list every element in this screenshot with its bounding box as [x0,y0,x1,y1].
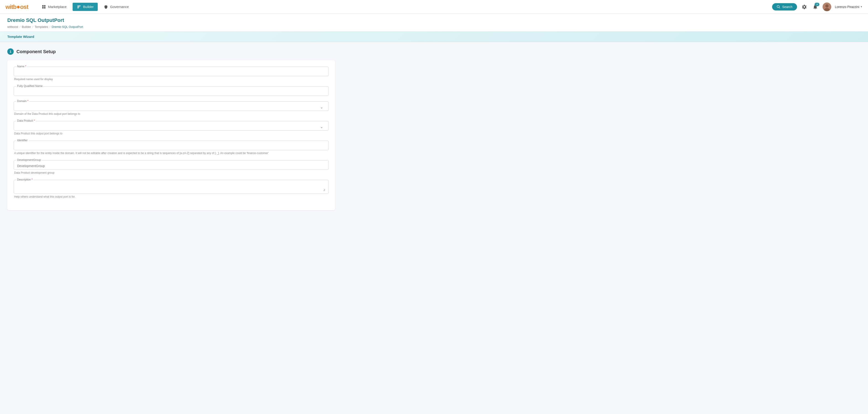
field-identifier-label: Identifier [16,139,29,142]
settings-button[interactable] [801,3,808,10]
page-header: Dremio SQL OutputPort witboost / Builder… [0,14,868,31]
avatar[interactable] [823,2,831,11]
main-content: 1 Component Setup Name * Required name u… [0,42,342,217]
builder-icon [77,5,81,9]
section-title: Component Setup [17,49,56,54]
field-name-required: * [25,65,26,68]
user-menu-chevron: ▼ [860,5,863,8]
nav-items: Marketplace Builder Governance [37,3,772,11]
svg-point-10 [825,4,829,7]
field-domain-required: * [27,99,29,103]
description-input[interactable] [17,184,325,191]
breadcrumb-current: Dremio SQL OutputPort [52,25,83,29]
nav-marketplace[interactable]: Marketplace [37,3,71,11]
nav-governance[interactable]: Governance [99,3,133,11]
identifier-input[interactable] [17,145,325,148]
notification-badge: 14 [814,3,819,6]
field-identifier-wrapper: Identifier [14,140,329,150]
field-domain-hint: Domain of the Data Product this output p… [14,112,329,116]
breadcrumb-builder[interactable]: Builder [22,25,31,29]
shield-icon [104,5,108,9]
field-description-wrapper: Description * [14,180,329,194]
field-name-label: Name * [16,65,27,68]
field-dataproduct-hint: Data Product this output port belongs to [14,132,329,135]
breadcrumb-templates[interactable]: Templates [34,25,48,29]
name-input[interactable] [17,70,325,74]
field-name-wrapper: Name * [14,67,329,76]
svg-rect-6 [77,7,79,8]
fqn-input[interactable] [17,90,325,94]
field-identifier-hint: A unique identifier for the entity insid… [14,152,329,155]
field-name-hint: Required name used for display [14,77,329,81]
logo[interactable]: witb●ost [5,3,28,10]
nav-right: Search 14 Lorenzo Pirazzini ▼ [772,2,863,11]
form-container: Name * Required name used for display Fu… [7,60,335,210]
svg-line-8 [779,7,780,8]
navbar: witb●ost Marketplace Builder [0,0,868,14]
field-devgroup-group: DevelopmentGroup Data Product developmen… [14,160,329,174]
search-icon [777,5,780,9]
dataproduct-select[interactable] [17,125,325,128]
devgroup-input[interactable] [17,164,325,168]
wizard-banner: Template Wizard [0,31,868,42]
field-devgroup-wrapper: DevelopmentGroup [14,160,329,170]
page-title: Dremio SQL OutputPort [7,17,861,23]
field-devgroup-hint: Data Product development group [14,171,329,174]
domain-select-wrapper: ⌄ [17,105,325,109]
field-name-group: Name * Required name used for display [14,67,329,81]
nav-builder[interactable]: Builder [72,3,98,11]
field-description-label: Description * [16,178,34,181]
breadcrumb-sep-2: / [32,25,33,29]
field-devgroup-label: DevelopmentGroup [16,158,42,162]
field-identifier-group: Identifier A unique identifier for the e… [14,140,329,155]
svg-rect-0 [42,5,43,6]
field-domain-label: Domain * [16,99,29,103]
step-badge: 1 [7,49,14,55]
domain-select[interactable] [17,105,325,109]
avatar-image [823,2,831,11]
field-dataproduct-required: * [34,119,35,122]
breadcrumb-witboost[interactable]: witboost [7,25,18,29]
user-name-display[interactable]: Lorenzo Pirazzini ▼ [835,5,863,9]
svg-rect-1 [44,5,45,6]
breadcrumb-sep-1: / [20,25,21,29]
field-description-hint: Help others understand what this output … [14,195,329,198]
svg-rect-5 [77,7,79,7]
field-fqn-label: Fully Qualified Name [16,85,43,88]
field-dataproduct-wrapper: Data Product * ⌄ [14,121,329,131]
breadcrumb-sep-3: / [50,25,51,29]
grid-icon [41,5,46,9]
search-button[interactable]: Search [772,3,797,10]
svg-rect-4 [77,5,80,6]
field-fqn-wrapper: Fully Qualified Name [14,86,329,96]
field-domain-group: Domain * ⌄ Domain of the Data Product th… [14,101,329,116]
gear-icon [802,4,807,9]
svg-rect-3 [44,7,45,8]
section-header: 1 Component Setup [7,49,335,55]
logo-text: witb●ost [5,3,28,10]
field-description-required: * [32,178,33,181]
field-domain-wrapper: Domain * ⌄ [14,101,329,111]
svg-rect-2 [42,7,43,8]
field-description-group: Description * Help others understand wha… [14,180,329,198]
breadcrumb: witboost / Builder / Templates / Dremio … [7,25,861,31]
dataproduct-select-wrapper: ⌄ [17,125,325,128]
field-dataproduct-group: Data Product * ⌄ Data Product this outpu… [14,121,329,135]
field-fqn-group: Fully Qualified Name [14,86,329,96]
notifications-button[interactable]: 14 [812,3,819,10]
field-dataproduct-label: Data Product * [16,119,36,122]
